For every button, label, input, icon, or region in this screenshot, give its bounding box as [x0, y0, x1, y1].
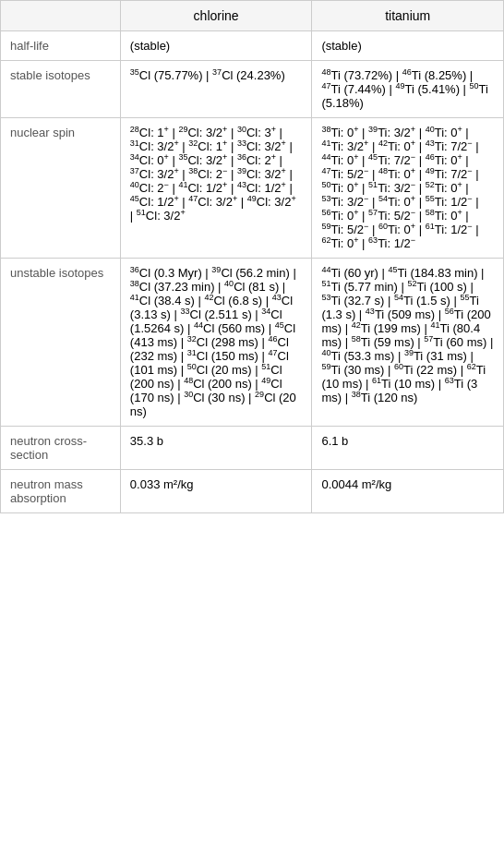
chlorine-nuclear-spin: 28Cl: 1+ | 29Cl: 3/2+ | 30Cl: 3+ | 31Cl:… — [120, 118, 312, 259]
titanium-unstable-isotopes: 44Ti (60 yr) | 45Ti (184.83 min) | 51Ti … — [312, 259, 504, 427]
column-header-property — [1, 1, 121, 31]
label-unstable-isotopes: unstable isotopes — [1, 259, 121, 427]
label-neutron-cross-section: neutron cross-section — [1, 427, 121, 470]
label-neutron-mass-absorption: neutron mass absorption — [1, 470, 121, 513]
row-neutron-cross-section: neutron cross-section 35.3 b 6.1 b — [1, 427, 504, 470]
titanium-neutron-cross-section: 6.1 b — [312, 427, 504, 470]
label-stable-isotopes: stable isotopes — [1, 61, 121, 118]
row-stable-isotopes: stable isotopes 35Cl (75.77%) | 37Cl (24… — [1, 61, 504, 118]
titanium-neutron-mass-absorption: 0.0044 m²/kg — [312, 470, 504, 513]
column-header-titanium: titanium — [312, 1, 504, 31]
titanium-stable-isotopes: 48Ti (73.72%) | 46Ti (8.25%) | 47Ti (7.4… — [312, 61, 504, 118]
chlorine-stable-isotopes: 35Cl (75.77%) | 37Cl (24.23%) — [120, 61, 312, 118]
row-unstable-isotopes: unstable isotopes 36Cl (0.3 Myr) | 39Cl … — [1, 259, 504, 427]
row-nuclear-spin: nuclear spin 28Cl: 1+ | 29Cl: 3/2+ | 30C… — [1, 118, 504, 259]
label-half-life: half-life — [1, 31, 121, 61]
chlorine-neutron-cross-section: 35.3 b — [120, 427, 312, 470]
chlorine-neutron-mass-absorption: 0.033 m²/kg — [120, 470, 312, 513]
chlorine-half-life: (stable) — [120, 31, 312, 61]
row-neutron-mass-absorption: neutron mass absorption 0.033 m²/kg 0.00… — [1, 470, 504, 513]
chlorine-unstable-isotopes: 36Cl (0.3 Myr) | 39Cl (56.2 min) | 38Cl … — [120, 259, 312, 427]
column-header-chlorine: chlorine — [120, 1, 312, 31]
titanium-nuclear-spin: 38Ti: 0+ | 39Ti: 3/2+ | 40Ti: 0+ | 41Ti:… — [312, 118, 504, 259]
row-half-life: half-life (stable) (stable) — [1, 31, 504, 61]
titanium-half-life: (stable) — [312, 31, 504, 61]
label-nuclear-spin: nuclear spin — [1, 118, 121, 259]
